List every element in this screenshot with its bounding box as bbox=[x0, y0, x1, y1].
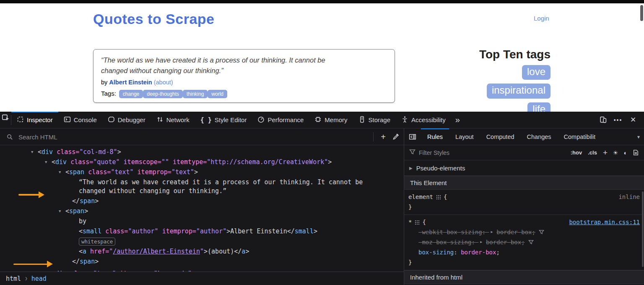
rule-selector-line[interactable]: *{bootstrap.min.css:11 bbox=[404, 217, 644, 227]
responsive-design-mode-icon[interactable] bbox=[597, 114, 609, 126]
sidebar-tab-layout[interactable]: Layout bbox=[449, 128, 480, 145]
rules-scrollbar-thumb[interactable] bbox=[642, 191, 644, 267]
about-link[interactable]: (about) bbox=[154, 79, 173, 86]
tab-storage[interactable]: Storage bbox=[353, 112, 396, 128]
toggle-classes-button[interactable]: .cls bbox=[585, 149, 600, 156]
tag-link[interactable]: deep-thoughts bbox=[143, 90, 183, 98]
markup-line[interactable]: by bbox=[0, 216, 404, 226]
code-punct bbox=[53, 148, 57, 156]
tag-link[interactable]: change bbox=[119, 90, 143, 98]
sidebar-tabs-dropdown-icon[interactable]: ▼ bbox=[633, 128, 644, 145]
tab-memory[interactable]: Memory bbox=[309, 112, 353, 128]
quote-text-line1: “The world as we have created it is a pr… bbox=[101, 55, 387, 65]
tag-link[interactable]: inspirational bbox=[487, 84, 551, 98]
property-name: -webkit-box-sizing bbox=[418, 227, 482, 237]
rule-selector-line[interactable]: element{inline bbox=[404, 192, 644, 202]
site-title[interactable]: Quotes to Scrape bbox=[93, 11, 215, 27]
markup-line[interactable]: <small class="author" itemprop="author">… bbox=[0, 226, 404, 236]
login-link[interactable]: Login bbox=[534, 15, 549, 22]
css-property[interactable]: box-sizing: border-box; bbox=[404, 247, 644, 257]
attr-value: "author" bbox=[196, 227, 226, 235]
devtools-menu-dots[interactable]: ••• bbox=[612, 114, 624, 126]
print-simulation-icon[interactable] bbox=[631, 149, 641, 156]
more-tabs-chevron[interactable]: » bbox=[451, 112, 463, 128]
pick-element-icon[interactable] bbox=[0, 112, 11, 123]
property-semicolon: ; bbox=[532, 227, 535, 237]
stylesheet-link[interactable]: bootstrap.min.css:11 bbox=[569, 217, 644, 227]
markup-line[interactable]: <a href="/author/Albert-Einstein">(about… bbox=[0, 246, 404, 256]
tab-inspector[interactable]: Inspector bbox=[11, 112, 58, 128]
quote-tags: changedeep-thoughtsthinkingworld bbox=[119, 90, 227, 97]
tag-link[interactable]: love bbox=[522, 65, 551, 80]
markup-line[interactable]: changed without changing our thinking.” bbox=[0, 186, 404, 196]
light-scheme-icon[interactable]: ☀ bbox=[610, 149, 621, 156]
eyedropper-icon[interactable] bbox=[390, 131, 401, 142]
code-punct: > bbox=[245, 248, 249, 255]
filter-styles-input[interactable]: Filter Styles bbox=[419, 149, 562, 156]
grid-highlighter-icon[interactable] bbox=[415, 220, 419, 225]
text-node: by bbox=[79, 217, 86, 225]
expand-arrow-icon[interactable]: ▼ bbox=[45, 269, 47, 272]
markup-line[interactable]: ▼<div class="tags" itemprop="keywords"> bbox=[0, 269, 404, 272]
breadcrumb-item-head[interactable]: head bbox=[31, 275, 47, 282]
tab-label: Storage bbox=[369, 116, 391, 123]
sidebar-tab-rules[interactable]: Rules bbox=[421, 128, 449, 145]
devtools-panel: InspectorConsoleDebuggerNetwork{ }Style … bbox=[0, 112, 644, 285]
tab-console[interactable]: Console bbox=[58, 112, 102, 128]
add-rule-button[interactable]: + bbox=[600, 148, 610, 157]
devtools-tabs: InspectorConsoleDebuggerNetwork{ }Style … bbox=[11, 112, 451, 128]
search-html-bar[interactable]: Search HTML + bbox=[0, 128, 404, 145]
attr-name: itemtype= bbox=[173, 158, 207, 166]
sidebar-tab-compatibilit[interactable]: Compatibilit bbox=[558, 128, 596, 145]
tag-link[interactable]: world bbox=[208, 90, 227, 98]
markup-line[interactable]: whitespace bbox=[0, 236, 404, 246]
css-property[interactable]: -moz-box-sizing: ▶ border-box; bbox=[404, 237, 644, 247]
markup-line[interactable]: ▼<span> bbox=[0, 206, 404, 216]
property-colon: : bbox=[454, 247, 461, 257]
filter-styles-row: Filter Styles :hov.cls+ ☀ ◐ bbox=[404, 145, 644, 160]
markup-line[interactable]: </span> bbox=[0, 256, 404, 267]
search-input[interactable]: Search HTML bbox=[18, 133, 371, 141]
page-scrollbar-thumb[interactable] bbox=[640, 5, 643, 21]
css-property[interactable]: -webkit-box-sizing: ▶ border-box; bbox=[404, 227, 644, 237]
attr-value: " bbox=[200, 248, 204, 255]
tag-name: div bbox=[42, 148, 53, 156]
sidebar-tab-changes[interactable]: Changes bbox=[521, 128, 558, 145]
devtools-close-icon[interactable]: ✕ bbox=[627, 114, 639, 126]
tab-accessibility[interactable]: Accessibility bbox=[396, 112, 451, 128]
markup-line[interactable]: </span> bbox=[0, 196, 404, 206]
tab-network[interactable]: Network bbox=[151, 112, 195, 128]
grid-highlighter-icon[interactable] bbox=[436, 195, 441, 199]
tab-label: Accessibility bbox=[411, 116, 446, 123]
tag-link[interactable]: life bbox=[527, 102, 551, 112]
tab-style-editor[interactable]: { }Style Editor bbox=[195, 112, 252, 128]
tag-link[interactable]: thinking bbox=[183, 90, 208, 98]
sidebar-tab-computed[interactable]: Computed bbox=[480, 128, 521, 145]
breadcrumb-item-html[interactable]: html bbox=[5, 275, 22, 282]
code-punct: < bbox=[79, 248, 83, 255]
pseudo-elements-header[interactable]: ▶ Pseudo-elements bbox=[404, 160, 644, 176]
tab-performance[interactable]: Performance bbox=[252, 112, 309, 128]
code-punct: > bbox=[314, 227, 317, 235]
tab-debugger[interactable]: Debugger bbox=[102, 112, 151, 128]
markup-line[interactable]: ▼<div class="quote" itemscope="" itemtyp… bbox=[0, 157, 404, 167]
text-node: (about) bbox=[208, 248, 234, 255]
author-link[interactable]: Albert Einstein bbox=[109, 79, 152, 86]
attr-name: href= bbox=[90, 248, 109, 255]
value-expander-icon[interactable]: ▶ bbox=[489, 227, 497, 237]
markup-line[interactable]: ▼<div class="col-md-8"> bbox=[0, 147, 404, 157]
sidebar-toggle-icon[interactable] bbox=[404, 128, 421, 145]
dark-scheme-icon[interactable]: ◐ bbox=[621, 149, 631, 156]
toolbar-right-controls: ••• ✕ bbox=[597, 112, 644, 128]
markup-line[interactable]: ▼<span class="text" itemprop="text"> bbox=[0, 167, 404, 177]
expand-arrow-icon[interactable]: ▼ bbox=[31, 147, 33, 157]
value-expander-icon[interactable]: ▶ bbox=[478, 237, 486, 247]
expand-arrow-icon[interactable]: ▼ bbox=[59, 167, 61, 177]
expand-arrow-icon[interactable]: ▼ bbox=[59, 206, 61, 216]
tag-name: span bbox=[69, 207, 84, 215]
filter-funnel-icon bbox=[409, 149, 415, 157]
add-node-button[interactable]: + bbox=[378, 131, 389, 142]
toggle-pseudo-classes-button[interactable]: :hov bbox=[568, 149, 585, 156]
expand-arrow-icon[interactable]: ▼ bbox=[45, 157, 47, 167]
filter-buttons: :hov.cls+ bbox=[568, 148, 610, 157]
